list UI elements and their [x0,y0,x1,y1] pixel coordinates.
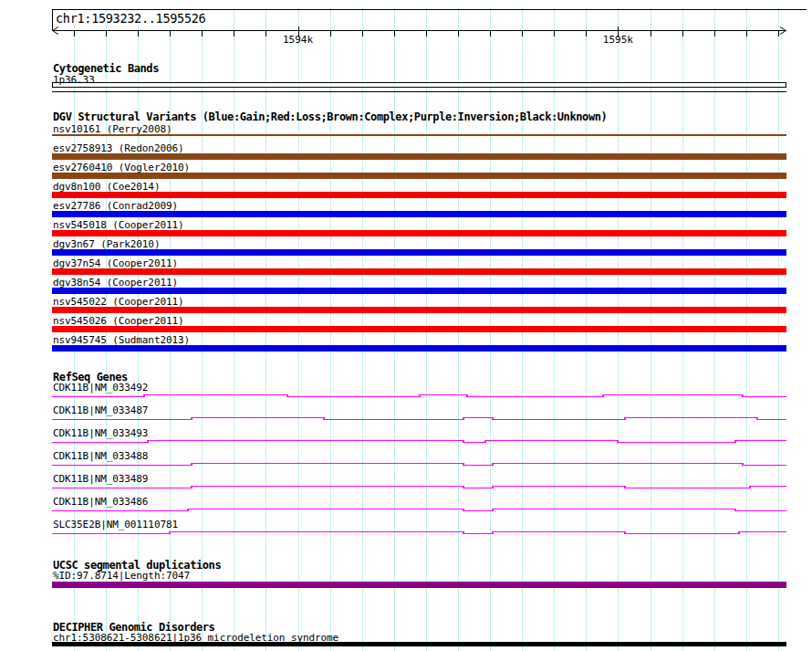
genome-browser: 1594k1595k chr1:1593232..1595526 Cytogen… [0,0,812,651]
feature-label: dgv37n54 (Cooper2011) [53,257,178,269]
cytoband-track-line [52,91,786,92]
feature-label: CDK11B|NM_033492 [53,382,148,394]
feature-bar[interactable] [52,153,786,160]
feature-label: esv27786 (Conrad2009) [53,200,178,212]
cytoband-glyph[interactable] [52,82,786,88]
feature-label: CDK11B|NM_033489 [53,473,148,485]
feature-bar[interactable] [52,345,786,352]
feature-bar[interactable] [52,211,786,217]
track-header-cytoband: Cytogenetic Bands [53,62,159,75]
ruler-tick-label: 1594k [283,34,313,46]
feature-label: esv2760410 (Vogler2010) [53,162,190,173]
feature-label: nsv545018 (Cooper2011) [53,219,184,231]
feature-label: nsv10161 (Perry2008) [53,123,172,135]
feature-bar[interactable] [52,173,786,179]
feature-bar[interactable] [52,326,786,332]
feature-label: CDK11B|NM_033488 [53,450,148,462]
region-title: chr1:1593232..1595526 [54,11,207,26]
track-header-dgv: DGV Structural Variants (Blue:Gain;Red:L… [53,110,607,123]
feature-label: CDK11B|NM_033486 [53,496,148,508]
feature-bar[interactable] [52,230,786,236]
feature-bar[interactable] [52,288,786,294]
feature-label: CDK11B|NM_033493 [53,427,148,439]
feature-bar[interactable] [52,582,786,588]
feature-label: CDK11B|NM_033487 [53,404,148,416]
feature-label: dgv8n100 (Coe2014) [53,181,160,193]
feature-label: nsv545022 (Cooper2011) [53,296,184,308]
feature-label: nsv945745 (Sudmant2013) [53,334,190,346]
feature-bar[interactable] [52,307,786,313]
feature-label: 1p36.33 [53,74,95,86]
feature-bar[interactable] [52,192,786,198]
ruler-axis: 1594k1595k [0,0,812,51]
feature-bar[interactable] [52,268,786,275]
feature-label: chr1:5308621-5308621|1p36 microdeletion … [53,632,338,644]
feature-label: dgv3n67 (Park2010) [53,238,160,250]
feature-label: dgv38n54 (Cooper2011) [53,277,178,289]
feature-bar[interactable] [52,249,786,256]
feature-label: esv2758913 (Redon2006) [53,142,184,154]
ruler-tick-label: 1595k [603,34,633,46]
feature-label: SLC35E2B|NM_001110781 [53,519,178,530]
feature-label: nsv545026 (Cooper2011) [53,315,184,327]
feature-label: %ID:97.8714|Length:7047 [53,570,190,582]
